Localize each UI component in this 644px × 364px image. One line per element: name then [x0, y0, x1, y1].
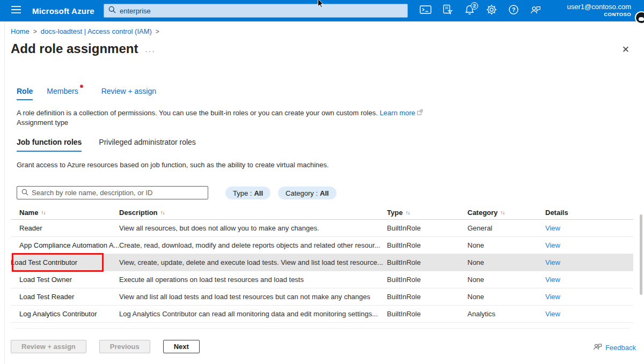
- role-type: BuiltInRole: [387, 258, 467, 266]
- role-category: None: [467, 258, 545, 266]
- github-avatar[interactable]: [635, 11, 644, 24]
- sort-icon: ↑↓: [160, 210, 165, 216]
- role-description: View and list all load tests and load te…: [119, 293, 387, 301]
- role-definition-description: A role definition is a collection of per…: [17, 109, 423, 117]
- azure-brand[interactable]: Microsoft Azure: [32, 6, 94, 16]
- table-row[interactable]: Load Test Owner Execute all operations o…: [11, 271, 633, 288]
- assignment-type-label: Assignment type: [17, 118, 68, 127]
- role-category: Analytics: [467, 310, 545, 318]
- role-name: Load Test Contributor: [11, 258, 119, 266]
- next-button[interactable]: Next: [163, 340, 200, 353]
- previous-button[interactable]: Previous: [99, 340, 150, 353]
- svg-text:?: ?: [512, 6, 516, 13]
- role-category: None: [467, 276, 545, 284]
- role-type: BuiltInRole: [387, 310, 467, 318]
- sort-icon: ↑↓: [500, 210, 504, 216]
- notifications-button[interactable]: 2: [463, 0, 476, 21]
- feedback-icon: [592, 343, 603, 352]
- filter-category-label: Category :: [286, 189, 318, 197]
- help-icon: ?: [508, 4, 519, 17]
- role-search-input[interactable]: [32, 189, 203, 197]
- cloud-shell-icon: [420, 5, 431, 17]
- overflow-menu-button[interactable]: ···: [145, 46, 156, 55]
- role-type: BuiltInRole: [387, 224, 467, 232]
- filter-type-value: All: [254, 189, 263, 197]
- table-header-row: Name↑↓ Description↑↓ Type↑↓ Category↑↓ D…: [11, 205, 633, 220]
- role-name: Load Test Reader: [11, 293, 119, 301]
- members-alert-dot: [80, 85, 83, 88]
- tab-review-assign[interactable]: Review + assign: [101, 87, 156, 99]
- feedback-button[interactable]: [529, 0, 542, 21]
- sort-icon: ↑↓: [405, 210, 409, 216]
- search-icon: [21, 188, 32, 198]
- column-header-name[interactable]: Name↑↓: [11, 209, 119, 217]
- role-search-box[interactable]: [17, 186, 208, 199]
- filter-category-pill[interactable]: Category : All: [278, 187, 336, 199]
- external-link-icon: [417, 109, 423, 117]
- learn-more-link[interactable]: Learn more: [379, 109, 415, 117]
- notification-badge: 2: [471, 2, 478, 10]
- column-header-details: Details: [545, 209, 633, 217]
- table-row[interactable]: App Compliance Automation A... Create, r…: [11, 237, 633, 254]
- role-category: None: [467, 293, 545, 301]
- role-description: View, create, update, delete and execute…: [119, 258, 387, 266]
- tab-members[interactable]: Members: [47, 87, 78, 99]
- account-menu[interactable]: user1@contoso.com CONTOSO: [567, 3, 631, 18]
- view-details-link[interactable]: View: [545, 241, 560, 249]
- subtab-privileged-admin-roles[interactable]: Privileged administrator roles: [99, 138, 196, 152]
- view-details-link[interactable]: View: [545, 293, 560, 301]
- sort-icon: ↑↓: [41, 210, 45, 216]
- tab-role[interactable]: Role: [17, 87, 33, 100]
- close-button[interactable]: ✕: [622, 44, 630, 55]
- filter-type-pill[interactable]: Type : All: [225, 187, 270, 199]
- filter-type-label: Type :: [233, 189, 252, 197]
- column-header-description[interactable]: Description↑↓: [119, 209, 387, 217]
- user-tenant: CONTOSO: [567, 11, 631, 18]
- search-icon: [108, 6, 120, 16]
- review-assign-button[interactable]: Review + assign: [11, 340, 86, 353]
- role-category: General: [467, 224, 545, 232]
- global-search[interactable]: [104, 4, 408, 18]
- view-details-link[interactable]: View: [545, 310, 560, 318]
- page-title: Add role assignment: [11, 41, 138, 56]
- role-type-tabs: Job function roles Privileged administra…: [17, 138, 196, 152]
- help-button[interactable]: ?: [507, 0, 520, 21]
- view-details-link[interactable]: View: [545, 224, 560, 232]
- table-row[interactable]: Load Test Reader View and list all load …: [11, 288, 633, 306]
- settings-button[interactable]: [485, 0, 498, 21]
- role-type: BuiltInRole: [387, 241, 467, 249]
- table-row[interactable]: Log Analytics Contributor Log Analytics …: [11, 306, 633, 323]
- table-row-highlighted[interactable]: Load Test Contributor View, create, upda…: [11, 254, 633, 271]
- column-header-type[interactable]: Type↑↓: [387, 209, 467, 217]
- intro-text: A role definition is a collection of per…: [17, 109, 378, 117]
- breadcrumb: Home > docs-loadtest | Access control (I…: [11, 27, 159, 35]
- breadcrumb-access-control[interactable]: docs-loadtest | Access control (IAM): [41, 27, 152, 35]
- view-details-link[interactable]: View: [545, 258, 560, 266]
- role-description: Create, read, download, modify and delet…: [119, 241, 387, 249]
- role-name: Reader: [11, 224, 119, 232]
- role-description: View all resources, but does not allow y…: [119, 224, 387, 232]
- chevron-right-icon: >: [156, 28, 159, 35]
- pivot-tabs: Role Members Review + assign: [17, 87, 156, 100]
- feedback-label: Feedback: [605, 344, 636, 352]
- cloud-shell-button[interactable]: [419, 0, 432, 21]
- gear-icon: [486, 4, 497, 17]
- subtab-job-function-roles[interactable]: Job function roles: [17, 138, 82, 152]
- filter-category-value: All: [320, 189, 329, 197]
- role-type: BuiltInRole: [387, 276, 467, 284]
- feedback-link[interactable]: Feedback: [592, 343, 636, 352]
- role-type: BuiltInRole: [387, 293, 467, 301]
- filter-pills: Type : All Category : All: [225, 187, 336, 199]
- vertical-scrollbar[interactable]: [640, 214, 642, 295]
- column-header-category[interactable]: Category↑↓: [467, 209, 545, 217]
- octocat-icon: [636, 12, 644, 23]
- directory-filter-button[interactable]: [441, 0, 454, 21]
- breadcrumb-home[interactable]: Home: [11, 27, 30, 35]
- user-email: user1@contoso.com: [567, 3, 631, 11]
- table-row[interactable]: Reader View all resources, but does not …: [11, 220, 633, 237]
- roles-table: Name↑↓ Description↑↓ Type↑↓ Category↑↓ D…: [11, 205, 633, 323]
- hamburger-menu-button[interactable]: [0, 0, 32, 21]
- global-search-input[interactable]: [120, 7, 403, 15]
- chevron-right-icon: >: [33, 28, 37, 35]
- view-details-link[interactable]: View: [545, 276, 560, 284]
